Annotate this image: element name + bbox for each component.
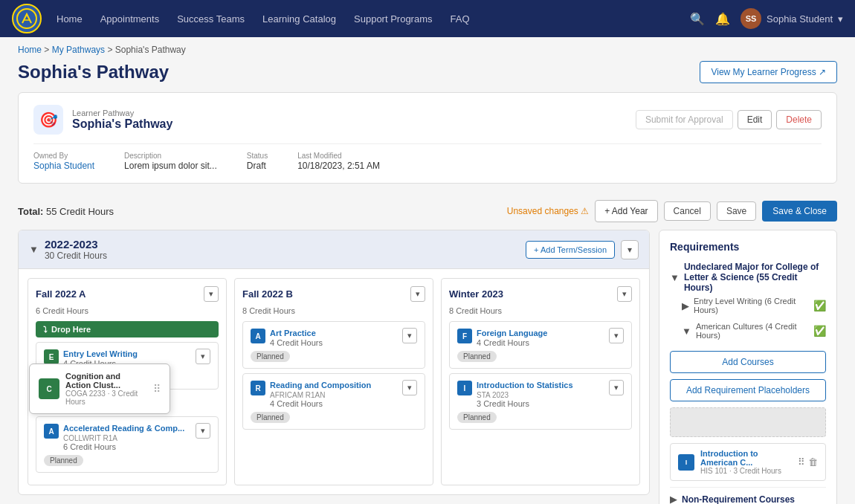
course-icon: R: [251, 381, 265, 395]
term-fall2022a-title: Fall 2022 A: [36, 288, 86, 300]
course-name[interactable]: Art Practice: [270, 328, 323, 338]
drop-icon: ⤵: [43, 325, 48, 334]
term-fall2022a-credits: 6 Credit Hours: [36, 306, 219, 315]
course-reading-composition: R Reading and Composition AFRICAM R1AN 4…: [242, 373, 425, 429]
course-name[interactable]: Accelerated Reading & Comp...: [63, 423, 184, 433]
course-card-header: I Introduction to Statistics STA 2023 3 …: [457, 380, 624, 407]
req-course-intro-american: I Introduction to American C... HIS 101 …: [670, 443, 826, 481]
last-modified-value: 10/18/2023, 2:51 AM: [297, 161, 380, 171]
pathway-meta: Owned By Sophia Student Description Lore…: [33, 143, 822, 171]
toolbar: Total: 55 Credit Hours Unsaved changes ⚠…: [0, 193, 855, 230]
add-placeholders-button[interactable]: Add Requirement Placeholders: [670, 379, 826, 401]
req-item-entry-level[interactable]: ▶ Entry Level Writing (6 Credit Hours) ✅: [670, 293, 826, 318]
course-name[interactable]: Foreign Language: [477, 328, 547, 338]
non-req-header[interactable]: ▶ Non-Requirement Courses: [670, 487, 826, 504]
course-icon: E: [44, 349, 59, 364]
course-icon: A: [44, 424, 59, 439]
course-dropdown[interactable]: ▾: [196, 349, 210, 364]
course-badge: Planned: [251, 412, 290, 423]
course-foreign-language: F Foreign Language 4 Credit Hours ▾ Plan…: [449, 321, 632, 369]
breadcrumb: Home > My Pathways > Sophia's Pathway: [0, 37, 855, 58]
nav-home[interactable]: Home: [57, 10, 83, 28]
term-winter2023-credits: 8 Credit Hours: [449, 306, 632, 315]
check-icon: ✅: [813, 325, 826, 337]
description-label: Description: [124, 152, 217, 160]
last-modified-label: Last Modified: [297, 152, 380, 160]
nav-learning-catalog[interactable]: Learning Catalog: [262, 10, 336, 28]
req-item-american-cultures[interactable]: ▼ American Cultures (4 Credit Hours) ✅: [670, 318, 826, 343]
nav-success-teams[interactable]: Success Teams: [177, 10, 245, 28]
term-fall2022a-dropdown[interactable]: ▾: [204, 286, 219, 302]
req-group-header[interactable]: ▼ Undeclared Major for College of Letter…: [670, 262, 826, 293]
course-dropdown[interactable]: ▾: [402, 328, 417, 343]
req-course-info: Introduction to American C... HIS 101 · …: [700, 449, 792, 475]
req-panel-title: Requirements: [670, 241, 826, 253]
course-name[interactable]: Introduction to Statistics: [477, 380, 573, 390]
user-menu[interactable]: SS Sophia Student ▾: [741, 8, 843, 29]
requirements-panel: Requirements ▼ Undeclared Major for Coll…: [659, 230, 837, 504]
course-accelerated-reading: A Accelerated Reading & Comp... COLLWRIT…: [36, 416, 219, 472]
drop-label: Drop Here: [51, 325, 91, 334]
req-group-main: ▼ Undeclared Major for College of Letter…: [670, 262, 826, 343]
term-winter2023-dropdown[interactable]: ▾: [617, 286, 632, 302]
course-info: Foreign Language 4 Credit Hours: [477, 328, 547, 347]
nav-appointments[interactable]: Appointments: [100, 10, 160, 28]
req-item-label: American Cultures (4 Credit Hours): [696, 322, 809, 340]
notifications-icon[interactable]: 🔔: [715, 12, 730, 26]
user-name: Sophia Student: [767, 13, 833, 25]
save-close-button[interactable]: Save & Close: [762, 201, 837, 222]
req-course-name[interactable]: Introduction to American C...: [700, 449, 792, 467]
course-dropdown[interactable]: ▾: [196, 423, 210, 439]
req-item-collapse-icon: ▼: [682, 326, 691, 337]
course-name[interactable]: Reading and Composition: [270, 380, 371, 390]
term-fall2022b-dropdown[interactable]: ▾: [410, 286, 425, 302]
year-2022-collapse-icon[interactable]: ▼: [29, 244, 39, 255]
course-name[interactable]: Entry Level Writing: [63, 349, 138, 359]
year-2022-title: 2022-2023: [45, 238, 107, 251]
nav-links: Home Appointments Success Teams Learning…: [57, 10, 690, 28]
non-req-label: Non-Requirement Courses: [682, 494, 826, 505]
edit-button[interactable]: Edit: [738, 110, 772, 129]
course-badge: Planned: [457, 351, 497, 362]
year-2022-credits: 30 Credit Hours: [45, 251, 107, 261]
breadcrumb-my-pathways[interactable]: My Pathways: [52, 45, 105, 55]
nav-faq[interactable]: FAQ: [451, 10, 470, 28]
course-dropdown[interactable]: ▾: [402, 380, 417, 395]
avatar: SS: [741, 8, 761, 29]
req-course-drag-icon[interactable]: ⠿: [798, 456, 805, 468]
submit-approval-button[interactable]: Submit for Approval: [636, 110, 733, 129]
add-term-2022-button[interactable]: + Add Term/Session: [526, 241, 615, 259]
terms-row-2022: Fall 2022 A ▾ 6 Credit Hours ⤵ Drop Here…: [19, 269, 649, 494]
req-course-delete-icon[interactable]: 🗑: [808, 456, 818, 468]
nav-support-programs[interactable]: Support Programs: [354, 10, 433, 28]
pathway-card-header: 🎯 Learner Pathway Sophia's Pathway Submi…: [33, 105, 822, 135]
add-year-button[interactable]: + Add Year: [595, 200, 657, 222]
term-winter2023-title: Winter 2023: [449, 288, 503, 300]
search-icon[interactable]: 🔍: [690, 12, 705, 26]
pathway-type-label: Learner Pathway: [72, 109, 172, 117]
breadcrumb-home[interactable]: Home: [18, 45, 42, 55]
drag-course-icon: C: [39, 378, 59, 399]
course-badge: Planned: [44, 455, 83, 466]
course-dropdown[interactable]: ▾: [609, 328, 624, 343]
course-credits: 6 Credit Hours: [63, 442, 184, 451]
course-dropdown[interactable]: ▾: [609, 380, 624, 395]
year-2022-section: ▼ 2022-2023 30 Credit Hours + Add Term/S…: [18, 230, 650, 495]
save-button[interactable]: Save: [717, 201, 756, 221]
pathway-info: Learner Pathway Sophia's Pathway: [72, 109, 172, 131]
view-progress-button[interactable]: View My Learner Progress ↗: [700, 61, 837, 83]
delete-button[interactable]: Delete: [776, 110, 822, 129]
cancel-button[interactable]: Cancel: [664, 201, 711, 221]
total-credits: 55 Credit Hours: [46, 206, 114, 217]
status-label: Status: [247, 152, 268, 160]
drag-info: Cognition and Action Clust... COGA 2233 …: [65, 372, 147, 406]
req-group-title: Undeclared Major for College of Letter &…: [684, 262, 826, 293]
year-2022-dropdown-button[interactable]: ▾: [621, 240, 639, 259]
meta-owned-by: Owned By Sophia Student: [33, 152, 94, 171]
owned-by-value[interactable]: Sophia Student: [33, 161, 94, 171]
course-card-header: F Foreign Language 4 Credit Hours ▾: [457, 328, 624, 347]
add-courses-button[interactable]: Add Courses: [670, 351, 826, 373]
non-req-expand-icon: ▶: [670, 494, 677, 504]
course-badge: Planned: [251, 351, 290, 362]
user-chevron-icon: ▾: [838, 13, 843, 25]
